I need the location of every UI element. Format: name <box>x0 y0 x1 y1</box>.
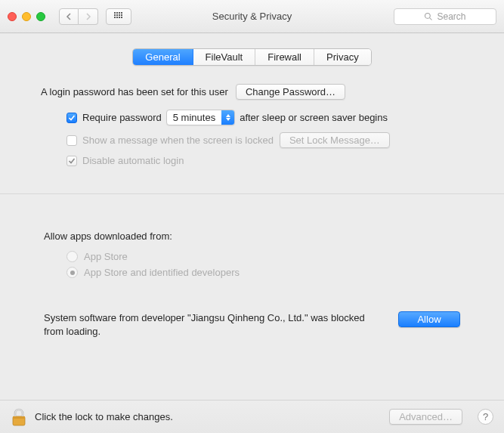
password-delay-value: 5 minutes <box>173 112 215 123</box>
svg-rect-3 <box>13 416 25 419</box>
blocked-message: System software from developer "Jiangsu … <box>44 311 383 338</box>
svg-point-0 <box>425 13 431 18</box>
gatekeeper-label: Allow apps downloaded from: <box>44 230 483 242</box>
tab-privacy[interactable]: Privacy <box>314 49 371 65</box>
titlebar: Security & Privacy Search <box>0 0 504 33</box>
forward-button[interactable] <box>79 8 98 25</box>
content-pane: General FileVault Firewall Privacy A log… <box>0 33 504 400</box>
grid-icon <box>114 12 123 21</box>
show-message-label: Show a message when the screen is locked <box>82 135 274 146</box>
svg-line-1 <box>430 17 432 20</box>
help-button[interactable]: ? <box>478 409 493 425</box>
tab-firewall[interactable]: Firewall <box>255 49 314 65</box>
change-password-button[interactable]: Change Password… <box>236 84 345 100</box>
disable-autologin-row: Disable automatic login <box>66 155 483 166</box>
lock-message: Click the lock to make changes. <box>35 411 173 422</box>
require-password-prefix: Require password <box>82 112 162 123</box>
radio-appstore-label: App Store <box>84 251 128 262</box>
radio-appstore-row: App Store <box>66 251 483 262</box>
lock-icon[interactable] <box>11 407 27 427</box>
require-password-row: Require password 5 minutes after sleep o… <box>66 110 483 125</box>
updown-icon <box>221 110 234 125</box>
allow-button[interactable]: Allow <box>398 311 460 327</box>
tab-general[interactable]: General <box>133 49 193 65</box>
show-message-checkbox[interactable] <box>66 135 77 146</box>
nav-buttons <box>59 8 98 25</box>
disable-autologin-checkbox[interactable] <box>66 156 77 166</box>
blocked-software-row: System software from developer "Jiangsu … <box>44 311 460 338</box>
login-password-row: A login password has been set for this u… <box>41 84 483 100</box>
back-button[interactable] <box>59 8 79 25</box>
maximize-button[interactable] <box>36 12 45 21</box>
radio-appstore[interactable] <box>66 251 78 262</box>
tab-bar: General FileVault Firewall Privacy <box>132 48 371 66</box>
radio-identified-label: App Store and identified developers <box>84 267 240 278</box>
search-icon <box>424 12 433 21</box>
search-input[interactable]: Search <box>394 8 496 25</box>
tab-filevault[interactable]: FileVault <box>193 49 256 65</box>
close-button[interactable] <box>8 12 17 21</box>
login-status-text: A login password has been set for this u… <box>41 86 228 97</box>
password-delay-select[interactable]: 5 minutes <box>166 110 235 125</box>
radio-identified-row: App Store and identified developers <box>66 267 483 278</box>
require-password-checkbox[interactable] <box>66 113 77 123</box>
window-controls <box>8 12 45 21</box>
divider <box>0 193 504 194</box>
footer: Click the lock to make changes. Advanced… <box>0 400 504 433</box>
disable-autologin-label: Disable automatic login <box>82 155 184 166</box>
set-lock-message-button[interactable]: Set Lock Message… <box>280 132 390 148</box>
radio-identified[interactable] <box>66 267 78 278</box>
search-placeholder: Search <box>437 11 465 22</box>
show-all-button[interactable] <box>106 8 131 25</box>
require-password-suffix: after sleep or screen saver begins <box>240 112 388 123</box>
advanced-button[interactable]: Advanced… <box>389 409 462 425</box>
show-message-row: Show a message when the screen is locked… <box>66 132 483 148</box>
minimize-button[interactable] <box>22 12 31 21</box>
